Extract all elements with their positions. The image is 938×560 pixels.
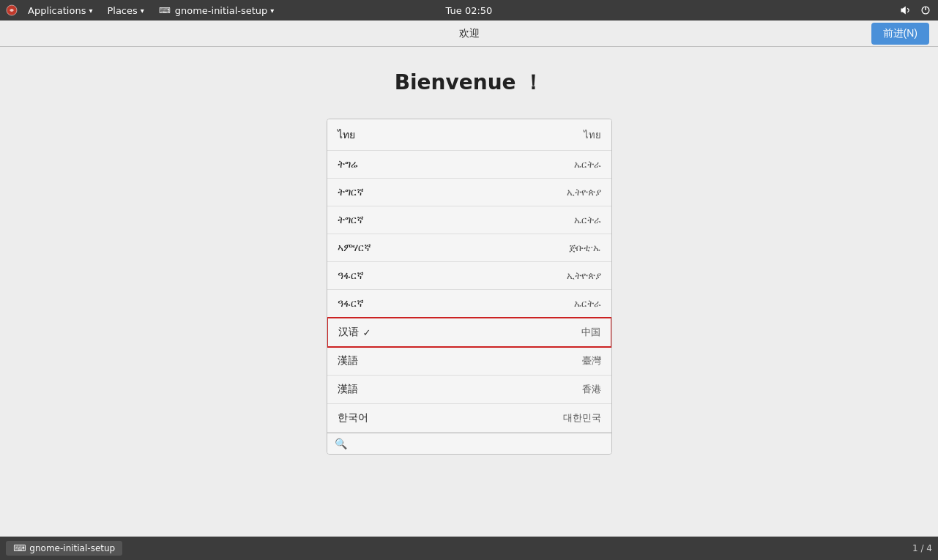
app-label: gnome-initial-setup bbox=[175, 5, 268, 16]
window-title: 欢迎 bbox=[459, 27, 480, 40]
power-icon[interactable] bbox=[919, 4, 932, 17]
language-list-item[interactable]: ኣምሃርኛጅቡቲ·ኤ bbox=[327, 234, 611, 262]
language-list-item[interactable]: ትግርኛኤርትራ bbox=[327, 206, 611, 234]
language-list-item[interactable]: 漢語臺灣 bbox=[327, 347, 611, 376]
lang-region: 臺灣 bbox=[582, 354, 601, 367]
lang-name: ไทย bbox=[338, 127, 355, 143]
lang-region: 대한민국 bbox=[563, 411, 601, 425]
language-list-item[interactable]: ትግሬኤርትራ bbox=[327, 151, 611, 179]
topbar-clock: Tue 02:50 bbox=[446, 5, 493, 16]
lang-row-left: ትግርኛ bbox=[338, 186, 364, 198]
lang-region: ኤርትራ bbox=[574, 298, 601, 310]
clock-time: Tue 02:50 bbox=[446, 5, 493, 16]
lang-name: ኣምሃርኛ bbox=[338, 242, 371, 254]
lang-region: ኢትዮጵያ bbox=[567, 187, 601, 198]
language-list-item[interactable]: 汉语 ✓中国 bbox=[327, 317, 611, 348]
lang-row-left: ዓፋርኛ bbox=[338, 269, 364, 282]
lang-region: ไทย bbox=[584, 127, 601, 143]
volume-icon[interactable] bbox=[898, 4, 912, 17]
lang-row-left: ዓፋርኛ bbox=[338, 297, 364, 310]
lang-region: ኤርትራ bbox=[574, 214, 601, 226]
lang-row-left: ไทย bbox=[338, 127, 355, 143]
lang-row-left: ኣምሃርኛ bbox=[338, 242, 371, 254]
topbar-left-section: Applications ▾ Places ▾ ⌨ gnome-initial-… bbox=[6, 4, 280, 18]
main-content: Bienvenue ！ ไทยไทยትግሬኤርትራትግርኛኢትዮጵያትግርኛኤር… bbox=[0, 47, 938, 537]
window-titlebar: 欢迎 前进(N) bbox=[0, 20, 938, 47]
lang-name: ትግሬ bbox=[338, 158, 358, 171]
taskbar-app-item[interactable]: ⌨ gnome-initial-setup bbox=[6, 541, 122, 556]
taskbar-app-icon: ⌨ bbox=[13, 543, 26, 553]
lang-name: 漢語 bbox=[338, 354, 358, 367]
language-list-container: ไทยไทยትግሬኤርትራትግርኛኢትዮጵያትግርኛኤርትራኣምሃርኛጅቡቲ·ኤ… bbox=[327, 119, 612, 455]
language-search-bar: 🔍 bbox=[327, 433, 611, 454]
lang-name: 汉语 bbox=[338, 326, 359, 339]
lang-region: ኢትዮጵያ bbox=[567, 270, 601, 282]
terminal-icon: ⌨ bbox=[159, 6, 171, 15]
language-list-item[interactable]: ዓፋርኛኤርትራ bbox=[327, 290, 611, 318]
system-topbar: Applications ▾ Places ▾ ⌨ gnome-initial-… bbox=[0, 0, 938, 20]
app-menu[interactable]: ⌨ gnome-initial-setup ▾ bbox=[153, 4, 280, 18]
lang-name: 한국어 bbox=[338, 411, 368, 425]
app-chevron: ▾ bbox=[270, 7, 274, 15]
lang-row-left: ትግሬ bbox=[338, 158, 358, 171]
lang-region: 香港 bbox=[582, 383, 601, 396]
lang-row-left: 漢語 bbox=[338, 383, 358, 396]
lang-name: ትግርኛ bbox=[338, 186, 364, 198]
language-list-item[interactable]: ትግርኛኢትዮጵያ bbox=[327, 179, 611, 206]
lang-name: ትግርኛ bbox=[338, 214, 364, 226]
applications-label: Applications bbox=[28, 5, 86, 16]
search-icon: 🔍 bbox=[335, 438, 347, 449]
topbar-right-section bbox=[898, 4, 932, 17]
lang-region: ጅቡቲ·ኤ bbox=[569, 242, 600, 254]
taskbar-page-indicator: 1 / 4 bbox=[912, 543, 932, 553]
language-list[interactable]: ไทยไทยትግሬኤርትራትግርኛኢትዮጵያትግርኛኤርትራኣምሃርኛጅቡቲ·ኤ… bbox=[327, 119, 611, 433]
next-button[interactable]: 前进(N) bbox=[871, 23, 929, 45]
language-list-item[interactable]: ዓፋርኛኢትዮጵያ bbox=[327, 262, 611, 290]
taskbar-left: ⌨ gnome-initial-setup bbox=[6, 541, 122, 556]
lang-row-left: 汉语 ✓ bbox=[338, 326, 371, 339]
lang-selected-check: ✓ bbox=[363, 327, 371, 338]
taskbar-app-label: gnome-initial-setup bbox=[29, 543, 115, 553]
lang-row-left: 漢語 bbox=[338, 354, 358, 367]
places-label: Places bbox=[107, 5, 137, 16]
lang-name: 漢語 bbox=[338, 383, 358, 396]
lang-row-left: 한국어 bbox=[338, 411, 368, 425]
places-menu[interactable]: Places ▾ bbox=[101, 4, 149, 18]
lang-region: 中国 bbox=[581, 326, 600, 339]
taskbar: ⌨ gnome-initial-setup 1 / 4 bbox=[0, 537, 938, 560]
language-list-item[interactable]: ไทยไทย bbox=[327, 119, 611, 151]
places-chevron: ▾ bbox=[141, 7, 144, 15]
lang-row-left: ትግርኛ bbox=[338, 214, 364, 226]
language-list-item[interactable]: 한국어대한민국 bbox=[327, 404, 611, 433]
welcome-heading: Bienvenue ！ bbox=[395, 69, 544, 97]
language-list-item[interactable]: 漢語香港 bbox=[327, 376, 611, 404]
language-search-input[interactable] bbox=[351, 438, 604, 449]
gnome-icon bbox=[6, 4, 18, 17]
lang-name: ዓፋርኛ bbox=[338, 297, 364, 310]
lang-name: ዓፋርኛ bbox=[338, 269, 364, 282]
applications-chevron: ▾ bbox=[89, 7, 92, 15]
applications-menu[interactable]: Applications ▾ bbox=[22, 4, 98, 18]
lang-region: ኤርትራ bbox=[574, 159, 601, 171]
